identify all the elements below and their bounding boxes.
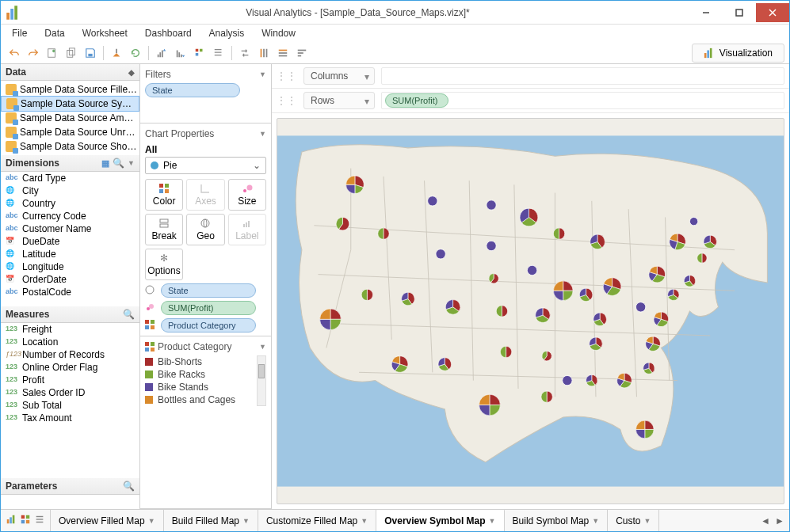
map-pie-marker[interactable] — [579, 288, 592, 301]
color-button[interactable]: Color — [145, 179, 183, 211]
menu-analysis[interactable]: Analysis — [206, 26, 248, 40]
map-pie-marker[interactable] — [593, 313, 606, 325]
map-pie-marker[interactable] — [635, 420, 654, 439]
chart-type-select[interactable]: Pie ⌄ — [145, 157, 266, 174]
map-pie-marker[interactable] — [445, 300, 460, 315]
rows-pill-sum-profit[interactable]: SUM(Profit) — [385, 93, 448, 108]
menu-data[interactable]: Data — [41, 26, 67, 40]
rows-label[interactable]: Rows▾ — [303, 92, 375, 109]
dimension-field[interactable]: 📅OrderDate — [1, 273, 139, 286]
data-source-item[interactable]: Sample Data Source Sy… — [1, 96, 139, 112]
menu-window[interactable]: Window — [258, 26, 299, 40]
rows-shelf[interactable]: ⋮⋮ Rows▾ SUM(Profit) — [272, 89, 789, 113]
menu-file[interactable]: File — [9, 26, 30, 40]
data-source-item[interactable]: Sample Data Source Fille… — [1, 82, 139, 97]
search-measures-icon[interactable]: 🔍 — [123, 309, 135, 320]
map-pie-marker[interactable] — [553, 281, 573, 301]
map-canvas[interactable] — [277, 118, 784, 504]
map-pie-marker[interactable] — [684, 276, 695, 287]
map-pie-marker[interactable] — [617, 373, 632, 388]
rows-pill-slot[interactable]: SUM(Profit) — [381, 92, 784, 109]
menu-dashboard[interactable]: Dashboard — [142, 26, 195, 40]
map-pie-marker[interactable] — [402, 292, 414, 305]
map-pie-marker[interactable] — [586, 374, 597, 386]
tab-next-icon[interactable]: ► — [773, 515, 786, 527]
tab-prev-icon[interactable]: ◄ — [759, 515, 772, 527]
map-pie-marker[interactable] — [590, 234, 605, 249]
geo-button[interactable]: Geo — [186, 214, 224, 245]
map-pie-marker[interactable] — [336, 217, 349, 230]
label-button[interactable]: Label — [228, 214, 266, 245]
legend-item[interactable]: Bike Stands — [145, 381, 255, 393]
sort-asc-icon[interactable] — [153, 44, 170, 62]
legend-item[interactable]: Bib-Shorts — [145, 355, 255, 368]
map-pie-marker[interactable] — [590, 337, 602, 350]
undo-button[interactable] — [6, 44, 23, 62]
break-button[interactable]: Break — [145, 214, 183, 245]
map-pie-marker[interactable] — [646, 336, 661, 352]
tab-menu-icon[interactable]: ▼ — [361, 517, 368, 525]
measure-field[interactable]: 123Tax Amount — [1, 412, 139, 424]
dimension-field[interactable]: 📅DueDate — [1, 235, 139, 248]
map-pie-marker[interactable] — [643, 363, 655, 374]
measure-field[interactable]: 123Online Order Flag — [1, 361, 139, 374]
map-pie-marker[interactable] — [689, 217, 697, 225]
dimension-field[interactable]: 🌐Longitude — [1, 260, 139, 273]
map-pie-marker[interactable] — [520, 208, 538, 226]
map-pie-marker[interactable] — [496, 306, 507, 317]
map-pie-marker[interactable] — [704, 235, 716, 248]
map-pie-marker[interactable] — [536, 308, 551, 323]
data-source-item[interactable]: Sample Data Source Sho… — [1, 139, 139, 154]
sheet-tab[interactable]: Overview Filled Map▼ — [51, 510, 164, 531]
data-source-item[interactable]: Sample Data Source Unr… — [1, 125, 139, 139]
measure-field[interactable]: 123Location — [1, 336, 139, 348]
filter-pill-state[interactable]: State — [145, 83, 240, 97]
clear-button[interactable] — [108, 44, 125, 62]
new-sheet-icon[interactable] — [6, 514, 17, 527]
new-worksheet-button[interactable] — [44, 44, 61, 62]
measure-field[interactable]: 123Freight — [1, 323, 139, 336]
map-pie-marker[interactable] — [346, 176, 364, 194]
tab-menu-icon[interactable]: ▼ — [592, 517, 599, 525]
new-dashboard-icon[interactable] — [20, 514, 31, 527]
shelf-pill[interactable]: Product Category — [161, 318, 256, 332]
map-pie-marker[interactable] — [320, 309, 342, 330]
minimize-button[interactable] — [689, 3, 723, 22]
legend-menu-icon[interactable]: ▼ — [259, 343, 266, 351]
shelf-pill[interactable]: SUM(Profit) — [161, 301, 256, 315]
map-pie-marker[interactable] — [541, 391, 552, 402]
size-button[interactable]: Size — [228, 179, 266, 211]
map-pie-marker[interactable] — [527, 265, 536, 275]
map-pie-marker[interactable] — [438, 358, 451, 370]
totals-icon[interactable] — [210, 44, 227, 62]
measure-field[interactable]: ƒ123Number of Records — [1, 348, 139, 361]
tab-menu-icon[interactable]: ▼ — [148, 517, 155, 525]
columns-shelf[interactable]: ⋮⋮ Columns▾ — [272, 64, 789, 89]
map-pie-marker[interactable] — [542, 352, 551, 361]
data-source-item[interactable]: Sample Data Source Am… — [1, 111, 139, 125]
columns-label[interactable]: Columns▾ — [303, 67, 375, 85]
fit-both-icon[interactable] — [293, 44, 311, 62]
filters-menu-icon[interactable]: ▼ — [259, 70, 266, 78]
table-view-icon[interactable]: ▦ — [101, 158, 109, 169]
legend-item[interactable]: Bottles and Cages — [145, 393, 255, 406]
dimension-field[interactable]: 🌐City — [1, 184, 139, 197]
tab-menu-icon[interactable]: ▼ — [644, 517, 651, 525]
map-pie-marker[interactable] — [489, 274, 498, 283]
fit-width-icon[interactable] — [255, 44, 273, 62]
sheet-tab[interactable]: Build Symbol Map▼ — [505, 510, 609, 531]
legend-item[interactable]: Bike Racks — [145, 368, 255, 381]
map-pie-marker[interactable] — [603, 278, 621, 296]
search-dimensions-icon[interactable]: 🔍 — [113, 158, 124, 169]
measure-field[interactable]: 123Profit — [1, 374, 139, 386]
list-sheets-icon[interactable] — [34, 514, 45, 527]
dimension-field[interactable]: 🌐Country — [1, 197, 139, 210]
dimension-field[interactable]: abcCurrency Code — [1, 210, 139, 222]
map-pie-marker[interactable] — [553, 228, 564, 239]
swap-icon[interactable] — [236, 44, 254, 62]
close-button[interactable] — [756, 3, 789, 22]
map-pie-marker[interactable] — [391, 356, 408, 373]
map-pie-marker[interactable] — [361, 289, 372, 300]
map-pie-marker[interactable] — [649, 266, 666, 283]
refresh-button[interactable] — [127, 44, 144, 62]
